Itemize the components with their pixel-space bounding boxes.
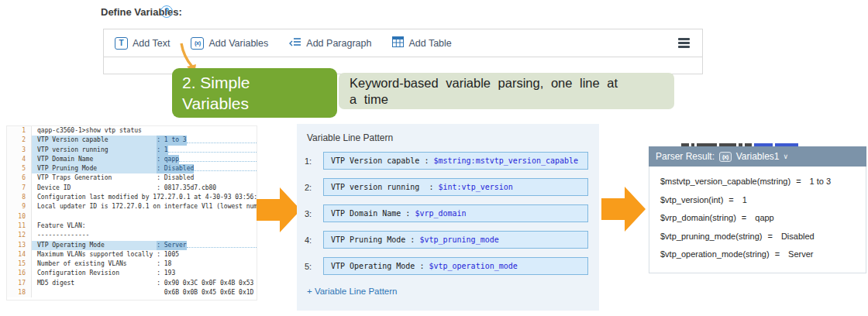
annotation-note: Keyword-based variable parsing, one line… xyxy=(339,73,674,109)
line-number: 13 xyxy=(7,241,32,250)
code-line[interactable]: 2VTP Version capable : 1 to 3 xyxy=(7,136,257,145)
code-text: Feature VLAN: xyxy=(32,222,86,231)
code-line[interactable]: 8Configuration last modified by 172.27.0… xyxy=(7,193,257,202)
flow-arrow-icon xyxy=(257,186,301,234)
code-line[interactable]: 18 0x6B 0x0B 0x45 0x6E 0x1D 0x4A 0xBC 0x… xyxy=(7,288,257,297)
pattern-input[interactable]: VTP Pruning Mode : $vtp_pruning_mode xyxy=(323,231,588,249)
add-table-label: Add Table xyxy=(408,38,451,49)
code-text: -------------- xyxy=(32,231,89,240)
code-line[interactable]: 12-------------- xyxy=(7,231,257,240)
parser-body: $mstvtp_version_capable(mstring)=1 to 3 … xyxy=(649,167,866,273)
code-line[interactable]: 13VTP Operating Mode : Server xyxy=(7,241,257,250)
variable-value: Server xyxy=(788,249,813,259)
code-text: qapp-c3560-1>show vtp status xyxy=(32,126,142,136)
parser-row: $vtp_operation_mode(string)=Server xyxy=(660,249,859,259)
code-line[interactable]: 3VTP version running : 1 xyxy=(7,146,257,155)
code-line[interactable]: 17MD5 digest : 0x90 0x3C 0x0F 0x4B 0x53 … xyxy=(7,279,257,288)
code-line[interactable]: 7Device ID : 0817.35d7.cb80 xyxy=(7,184,257,193)
variable-name: $vtp_pruning_mode(string) xyxy=(660,232,762,241)
code-text: VTP Pruning Mode xyxy=(32,164,157,173)
pattern-row: 1: VTP Version capable : $mstring:mstvtp… xyxy=(305,152,588,170)
pattern-keyword: VTP Pruning Mode : xyxy=(331,235,419,244)
code-line[interactable]: 6VTP Traps Generation : Disabled xyxy=(7,173,257,183)
help-icon[interactable]: ? xyxy=(160,5,173,18)
line-number: 4 xyxy=(7,155,32,164)
code-selected-value: : 1 to 3 xyxy=(157,136,187,145)
line-number: 17 xyxy=(7,279,32,288)
clipped-text-fragment xyxy=(649,141,866,146)
parser-panel: Parser Result: (x) Variables1 ∨ $mstvtp_… xyxy=(649,141,866,273)
pattern-row-number: 4: xyxy=(305,235,323,245)
code-text: VTP Version capable xyxy=(32,136,157,145)
pattern-input[interactable]: VTP Operating Mode : $vtp_operation_mode xyxy=(323,257,588,275)
parser-row: $vtp_pruning_mode(string)=Disabled xyxy=(660,232,859,241)
pattern-input[interactable]: VTP Version capable : $mstring:mstvtp_ve… xyxy=(323,152,588,170)
parser-result-title: Parser Result: xyxy=(656,151,715,162)
dotted-leader xyxy=(187,136,257,143)
code-panel: 1qapp-c3560-1>show vtp status 2VTP Versi… xyxy=(6,125,257,301)
add-text-label: Add Text xyxy=(133,38,170,49)
line-number: 2 xyxy=(7,136,32,145)
add-paragraph-label: Add Paragraph xyxy=(306,38,371,49)
code-line[interactable]: 14Maximum VLANs supported locally : 1005 xyxy=(7,250,257,259)
add-table-button[interactable]: Add Table xyxy=(392,36,451,50)
variable-value: Disabled xyxy=(781,232,815,241)
code-line[interactable]: 15Number of existing VLANs : 18 xyxy=(7,259,257,269)
add-paragraph-button[interactable]: Add Paragraph xyxy=(289,36,371,50)
pattern-variable: $int:vtp_version xyxy=(438,183,512,191)
code-text: Device ID : 0817.35d7.cb80 xyxy=(32,184,216,193)
code-text: Configuration last modified by 172.27.0.… xyxy=(32,193,257,202)
code-text: VTP version running xyxy=(32,146,157,155)
line-number: 16 xyxy=(7,269,32,278)
menu-icon[interactable] xyxy=(677,36,691,49)
pattern-row: 3: VTP Domain Name : $vrp_domain xyxy=(305,204,588,222)
code-line[interactable]: 4VTP Domain Name : qapp xyxy=(7,155,257,164)
line-number: 5 xyxy=(7,164,32,173)
line-number: 11 xyxy=(7,222,32,231)
pattern-input[interactable]: VTP Domain Name : $vrp_domain xyxy=(323,204,588,222)
code-line[interactable]: 16Configuration Revision : 193 xyxy=(7,269,257,278)
pattern-variable: $vtp_pruning_mode xyxy=(419,235,498,244)
pattern-panel-title: Variable Line Pattern xyxy=(297,124,599,143)
code-text: VTP Domain Name xyxy=(32,155,157,164)
code-text: Configuration Revision : 193 xyxy=(32,269,175,278)
pattern-variable: $vrp_domain xyxy=(415,209,466,218)
table-icon xyxy=(392,36,404,50)
parser-row: $vtp_version(int)=1 xyxy=(660,195,859,204)
line-number: 12 xyxy=(7,231,32,240)
equals-sign: = xyxy=(767,232,772,241)
equals-sign: = xyxy=(742,213,746,222)
equals-sign: = xyxy=(775,249,780,259)
pattern-row-number: 5: xyxy=(305,262,323,271)
pattern-variable: $vtp_operation_mode xyxy=(429,262,517,270)
line-number: 14 xyxy=(7,250,32,259)
code-text xyxy=(32,212,37,222)
code-line[interactable]: 11Feature VLAN: xyxy=(7,222,257,231)
flow-arrow-icon xyxy=(601,185,646,233)
code-text: Local updater ID is 172.27.0.1 on interf… xyxy=(32,202,257,211)
code-line[interactable]: 10 xyxy=(7,212,257,222)
parser-header: Parser Result: (x) Variables1 ∨ xyxy=(649,146,866,167)
code-line[interactable]: 5VTP Pruning Mode : Disabled xyxy=(7,164,257,173)
line-number: 6 xyxy=(7,173,32,183)
pattern-keyword: VTP Version capable : xyxy=(331,156,433,165)
pattern-input[interactable]: VTP version running : $int:vtp_version xyxy=(323,178,588,196)
pattern-keyword: VTP Domain Name : xyxy=(331,209,415,218)
variables-dropdown[interactable]: Variables1 ∨ xyxy=(736,151,788,162)
add-pattern-link[interactable]: + Variable Line Pattern xyxy=(307,287,599,296)
code-line[interactable]: 9Local updater ID is 172.27.0.1 on inter… xyxy=(7,202,257,211)
add-text-button[interactable]: T Add Text xyxy=(115,37,170,50)
variable-name: $vrp_domain(string) xyxy=(660,213,736,222)
code-line[interactable]: 1qapp-c3560-1>show vtp status xyxy=(7,126,257,136)
line-number: 7 xyxy=(7,184,32,193)
variable-name: $vtp_operation_mode(string) xyxy=(660,249,770,259)
line-number: 15 xyxy=(7,259,32,269)
line-number: 1 xyxy=(7,126,32,136)
code-selected-value: : 1 xyxy=(157,146,167,155)
text-icon: T xyxy=(115,37,128,50)
dotted-leader xyxy=(168,146,257,153)
variable-name: $vtp_version(int) xyxy=(660,195,723,204)
code-text: Number of existing VLANs : 18 xyxy=(32,259,171,269)
pattern-keyword: VTP Operating Mode : xyxy=(331,262,429,270)
line-number: 8 xyxy=(7,193,32,202)
